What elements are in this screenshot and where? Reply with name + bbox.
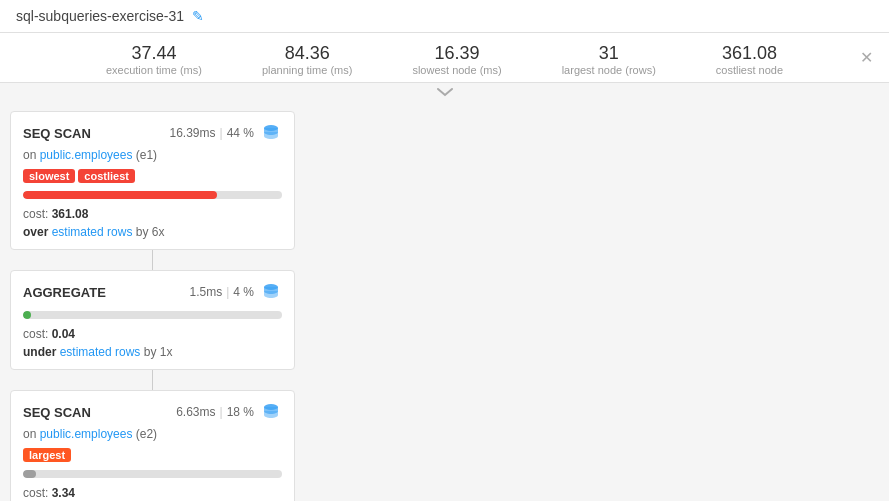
badge-largest: largest xyxy=(23,448,71,462)
badge-slowest: slowest xyxy=(23,169,75,183)
node-timing: 16.39ms|44 % xyxy=(169,126,254,140)
top-bar: sql-subqueries-exercise-31 ✎ xyxy=(0,0,889,33)
progress-bar-fill xyxy=(23,311,31,319)
estimation-direction: over xyxy=(23,225,52,239)
connector-line xyxy=(152,370,153,390)
cost-value: 0.04 xyxy=(52,327,75,341)
node-card: SEQ SCAN 16.39ms|44 % on public.employee… xyxy=(10,111,295,250)
cost-value: 3.34 xyxy=(52,486,75,500)
metric-label: planning time (ms) xyxy=(262,64,352,76)
cost-value: 361.08 xyxy=(52,207,89,221)
progress-bar-container xyxy=(23,191,282,199)
table-link[interactable]: public.employees xyxy=(40,427,133,441)
node-card: AGGREGATE 1.5ms|4 % cost: 0.04 under est… xyxy=(10,270,295,370)
metric-label: execution time (ms) xyxy=(106,64,202,76)
estimated-rows-link[interactable]: estimated rows xyxy=(60,345,141,359)
estimation-line: under estimated rows by 1x xyxy=(23,345,282,359)
estimated-rows-link[interactable]: estimated rows xyxy=(52,225,133,239)
progress-bar-container xyxy=(23,311,282,319)
cost-line: cost: 0.04 xyxy=(23,327,282,341)
badges-row: slowestcostliest xyxy=(23,168,282,183)
node-timing: 1.5ms|4 % xyxy=(190,285,255,299)
metric-value: 84.36 xyxy=(262,43,352,64)
cost-line: cost: 361.08 xyxy=(23,207,282,221)
estimation-line: over estimated rows by 6x xyxy=(23,225,282,239)
node-type: SEQ SCAN xyxy=(23,126,91,141)
node-card: SEQ SCAN 6.63ms|18 % on public.employees… xyxy=(10,390,295,501)
node-table: on public.employees (e1) xyxy=(23,148,282,162)
metrics-bar: 37.44 execution time (ms) 84.36 planning… xyxy=(0,33,889,83)
node-header-right: 1.5ms|4 % xyxy=(190,281,283,303)
page-title: sql-subqueries-exercise-31 xyxy=(16,8,184,24)
node-timing: 6.63ms|18 % xyxy=(176,405,254,419)
metric-value: 31 xyxy=(562,43,656,64)
metric-item-2: 16.39 slowest node (ms) xyxy=(412,43,501,76)
metric-item-0: 37.44 execution time (ms) xyxy=(106,43,202,76)
node-header: SEQ SCAN 16.39ms|44 % xyxy=(23,122,282,144)
node-header: AGGREGATE 1.5ms|4 % xyxy=(23,281,282,303)
db-icon xyxy=(260,281,282,303)
node-type: SEQ SCAN xyxy=(23,405,91,420)
node-header-right: 16.39ms|44 % xyxy=(169,122,282,144)
metric-value: 16.39 xyxy=(412,43,501,64)
db-icon xyxy=(260,122,282,144)
node-header: SEQ SCAN 6.63ms|18 % xyxy=(23,401,282,423)
estimation-direction: under xyxy=(23,345,60,359)
nodes-column: SEQ SCAN 16.39ms|44 % on public.employee… xyxy=(10,111,295,501)
chevron-down-icon xyxy=(0,83,889,101)
metric-item-1: 84.36 planning time (ms) xyxy=(262,43,352,76)
edit-icon[interactable]: ✎ xyxy=(192,8,204,24)
cost-line: cost: 3.34 xyxy=(23,486,282,500)
metric-value: 37.44 xyxy=(106,43,202,64)
metric-item-4: 361.08 costliest node xyxy=(716,43,783,76)
progress-bar-container xyxy=(23,470,282,478)
badges-row: largest xyxy=(23,447,282,462)
db-icon xyxy=(260,401,282,423)
close-button[interactable]: ✕ xyxy=(860,50,873,66)
badge-costliest: costliest xyxy=(78,169,135,183)
table-link[interactable]: public.employees xyxy=(40,148,133,162)
metric-label: largest node (rows) xyxy=(562,64,656,76)
metric-label: costliest node xyxy=(716,64,783,76)
node-header-right: 6.63ms|18 % xyxy=(176,401,282,423)
connector-line xyxy=(152,250,153,270)
node-table: on public.employees (e2) xyxy=(23,427,282,441)
metric-item-3: 31 largest node (rows) xyxy=(562,43,656,76)
metric-label: slowest node (ms) xyxy=(412,64,501,76)
progress-bar-fill xyxy=(23,191,217,199)
node-type: AGGREGATE xyxy=(23,285,106,300)
main-content: SEQ SCAN 16.39ms|44 % on public.employee… xyxy=(0,101,889,501)
metric-value: 361.08 xyxy=(716,43,783,64)
progress-bar-fill xyxy=(23,470,36,478)
